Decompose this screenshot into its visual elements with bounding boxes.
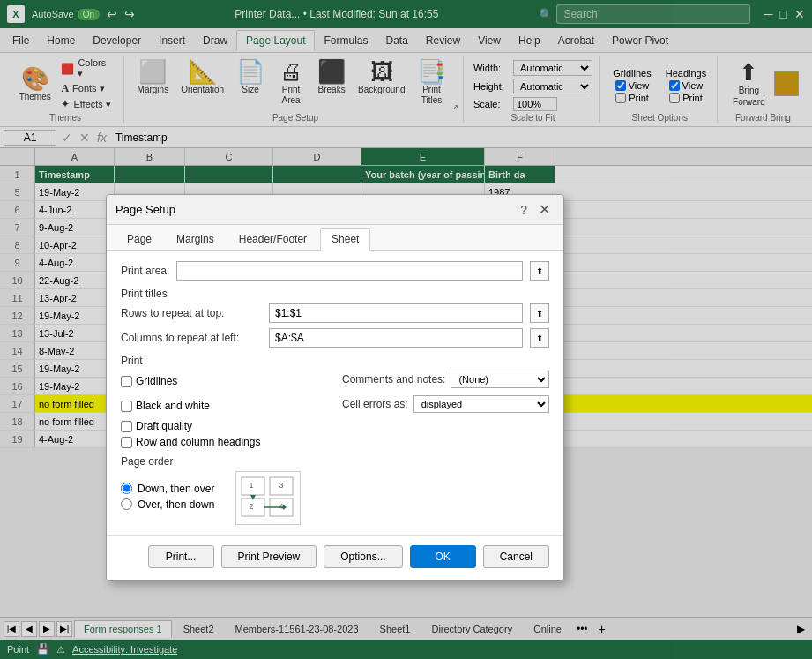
tab-draw[interactable]: Draw (194, 31, 236, 50)
cell-a13[interactable]: 13-Jul-2 (35, 325, 115, 341)
gridlines-print-checkbox[interactable] (615, 93, 626, 103)
dialog-tab-header-footer[interactable]: Header/Footer (227, 228, 318, 250)
effects-button[interactable]: ✦ Effects ▾ (57, 97, 115, 111)
cell-a8[interactable]: 10-Apr-2 (35, 236, 115, 253)
cell-c1[interactable] (185, 166, 273, 183)
tab-help[interactable]: Help (510, 31, 549, 50)
print-titles-button[interactable]: 📑 PrintTitles (412, 56, 451, 109)
cell-a9[interactable]: 4-Aug-2 (35, 254, 115, 271)
rows-to-repeat-input[interactable] (269, 303, 523, 323)
minimize-icon[interactable]: ─ (764, 7, 773, 21)
formula-x-icon[interactable]: ✕ (78, 131, 92, 145)
rows-collapse-button[interactable]: ⬆ (530, 303, 549, 323)
draft-quality-checkbox[interactable] (121, 421, 132, 432)
print-area-input[interactable] (176, 261, 523, 281)
cell-a6[interactable]: 4-Jun-2 (35, 201, 115, 218)
autosave-toggle[interactable]: On (78, 9, 100, 20)
cell-a16[interactable]: 19-May-2 (35, 378, 115, 394)
col-header-e: E (361, 148, 485, 165)
bring-forward-button[interactable]: ⬆ Bring Forward (727, 57, 771, 110)
autosave-area: AutoSave On (32, 9, 100, 20)
cell-a7[interactable]: 9-Aug-2 (35, 219, 115, 236)
colors-button[interactable]: 🟥 Colors ▾ (57, 56, 115, 80)
cell-d1[interactable] (273, 166, 361, 183)
gridlines-heading: Gridlines (613, 68, 651, 79)
cell-a15[interactable]: 19-May-2 (35, 360, 115, 377)
cell-a10[interactable]: 22-Aug-2 (35, 272, 115, 288)
cell-b1[interactable] (115, 166, 185, 183)
background-button[interactable]: 🖼 Background (353, 56, 410, 98)
print-area-button[interactable]: 🖨 PrintArea (272, 56, 310, 109)
maximize-icon[interactable]: □ (780, 7, 787, 21)
gridlines-checkbox[interactable] (121, 376, 132, 387)
column-headers: A B C D E F (0, 148, 812, 166)
breaks-button[interactable]: ⬛ Breaks (312, 56, 351, 98)
headings-print-checkbox[interactable] (669, 93, 680, 103)
formula-fx-icon[interactable]: fx (95, 131, 108, 145)
print-area-collapse-button[interactable]: ⬆ (530, 261, 549, 281)
tab-acrobat[interactable]: Acrobat (549, 31, 603, 50)
row-num: 8 (0, 236, 35, 253)
dialog-help-icon[interactable]: ? (517, 203, 531, 217)
headings-view-checkbox[interactable] (669, 80, 680, 91)
cell-a19[interactable]: 4-Aug-2 (35, 431, 115, 447)
black-white-checkbox[interactable] (121, 401, 132, 412)
search-input[interactable] (556, 4, 750, 24)
dialog-tab-margins[interactable]: Margins (165, 228, 226, 250)
cell-a17[interactable]: no form filled (35, 395, 115, 412)
effects-icon: ✦ (61, 98, 70, 110)
dialog-tab-page[interactable]: Page (115, 228, 163, 250)
tab-home[interactable]: Home (38, 31, 84, 50)
cell-e1[interactable]: Your batch (year of passing (361, 166, 485, 183)
dialog-tab-sheet[interactable]: Sheet (320, 228, 370, 251)
tab-file[interactable]: File (4, 31, 38, 50)
cell-a5[interactable]: 19-May-2 (35, 183, 115, 200)
row-col-headings-checkbox[interactable] (121, 437, 132, 448)
gridlines-view-checkbox[interactable] (615, 80, 626, 91)
formula-input[interactable] (112, 131, 808, 145)
tab-formulas[interactable]: Formulas (315, 31, 376, 50)
formula-checkmark[interactable]: ✓ (60, 131, 74, 145)
cell-a11[interactable]: 13-Apr-2 (35, 289, 115, 306)
cell-reference-input[interactable] (4, 130, 56, 146)
page-setup-expand-icon[interactable]: ↗ (452, 103, 458, 111)
cols-collapse-button[interactable]: ⬆ (530, 328, 549, 348)
cell-a1[interactable]: Timestamp (35, 166, 115, 183)
dialog-tabs: Page Margins Header/Footer Sheet (107, 225, 563, 251)
cell-errors-select[interactable]: displayed (413, 395, 549, 413)
black-white-label: Black and white (136, 400, 210, 412)
cell-f1[interactable]: Birth da (485, 166, 555, 183)
dialog-close-button[interactable]: ✕ (534, 200, 555, 219)
tab-developer[interactable]: Developer (84, 31, 150, 50)
cell-a18[interactable]: no form filled (35, 413, 115, 430)
comments-select[interactable]: (None) (451, 371, 549, 388)
fonts-button[interactable]: A Fonts ▾ (57, 81, 115, 96)
themes-button[interactable]: 🎨 Themes (14, 64, 56, 105)
close-icon[interactable]: ✕ (794, 7, 805, 21)
tab-insert[interactable]: Insert (150, 31, 194, 50)
size-button[interactable]: 📄 Size (231, 56, 270, 98)
tab-data[interactable]: Data (377, 31, 417, 50)
colors-icon: 🟥 (61, 63, 74, 75)
margins-button[interactable]: ⬜ Margins (132, 56, 175, 98)
print-area-label: Print area: (121, 265, 169, 277)
themes-small-group: 🟥 Colors ▾ A Fonts ▾ ✦ Effects ▾ (57, 56, 115, 111)
scale-to-fit-label: Scale to Fit (510, 111, 555, 123)
col-header-a: A (35, 148, 115, 165)
tab-power-pivot[interactable]: Power Pivot (603, 31, 677, 50)
height-select[interactable]: Automatic (513, 79, 592, 94)
dialog-controls: ? ✕ (517, 200, 555, 219)
tab-page-layout[interactable]: Page Layout (236, 30, 315, 51)
width-select[interactable]: Automatic (513, 60, 592, 76)
tab-review[interactable]: Review (417, 31, 469, 50)
breaks-label: Breaks (318, 85, 346, 94)
redo-icon[interactable]: ↪ (124, 7, 135, 21)
scale-input[interactable] (513, 97, 557, 111)
tab-view[interactable]: View (469, 31, 510, 50)
undo-icon[interactable]: ↩ (107, 7, 117, 21)
cell-a12[interactable]: 19-May-2 (35, 307, 115, 324)
cell-a14[interactable]: 8-May-2 (35, 342, 115, 359)
cols-to-repeat-input[interactable] (269, 328, 523, 348)
orientation-button[interactable]: 📐 Orientation (175, 56, 229, 98)
row-num: 11 (0, 289, 35, 306)
